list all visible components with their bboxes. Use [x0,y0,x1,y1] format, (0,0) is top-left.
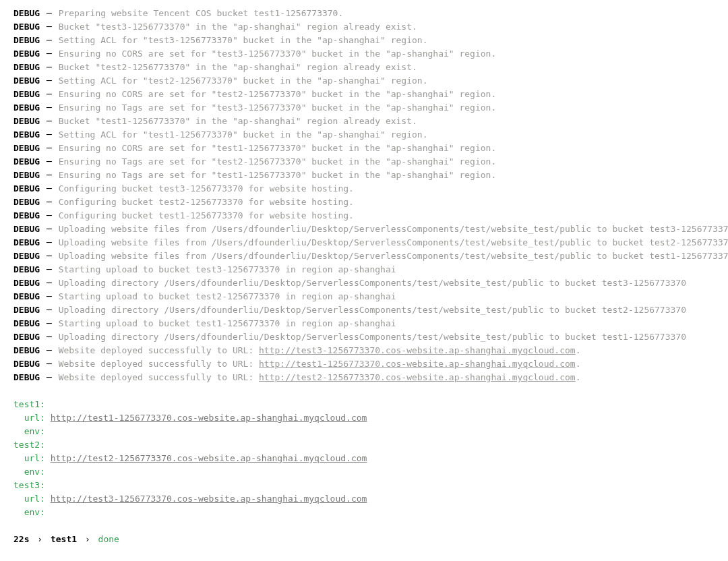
log-line: DEBUG ─ Starting upload to bucket test1-… [13,317,715,330]
log-dash: ─ [47,278,52,288]
log-message: Setting ACL for "test1-1256773370" bucke… [59,129,428,140]
status-sep-1: › [37,534,42,544]
log-line: DEBUG ─ Configuring bucket test1-1256773… [13,209,715,223]
log-dash: ─ [47,8,52,18]
log-line: DEBUG ─ Ensuring no CORS are set for "te… [13,47,715,61]
log-dash: ─ [47,251,52,261]
output-url-key: url: [24,453,51,463]
status-name: test1 [51,534,77,544]
log-line: DEBUG ─ Uploading directory /Users/dfoun… [13,303,715,317]
output-key: test1: [13,399,45,409]
log-dash: ─ [47,62,52,72]
log-dash: ─ [47,143,52,153]
debug-log: DEBUG ─ Preparing website Tencent COS bu… [13,7,715,384]
output-url-key: url: [24,413,51,423]
output-url-link[interactable]: http://test1-1256773370.cos-website.ap-s… [51,413,367,423]
log-message: Configuring bucket test2-1256773370 for … [59,197,354,207]
log-level: DEBUG [13,210,40,220]
output-url-link[interactable]: http://test2-1256773370.cos-website.ap-s… [51,453,367,463]
log-line: DEBUG ─ Setting ACL for "test3-125677337… [13,34,715,47]
log-level: DEBUG [13,129,40,140]
log-dash: ─ [47,318,52,328]
log-message: Uploading directory /Users/dfounderliu/D… [59,332,686,342]
log-level: DEBUG [13,102,40,113]
log-level: DEBUG [13,116,40,126]
output-url-link[interactable]: http://test3-1256773370.cos-website.ap-s… [51,494,367,504]
log-level: DEBUG [13,345,40,355]
log-line: DEBUG ─ Ensuring no CORS are set for "te… [13,88,715,101]
log-dash: ─ [47,332,52,342]
log-message: Ensuring no Tags are set for "test2-1256… [59,156,497,167]
log-suffix: . [576,345,581,355]
log-dash: ─ [47,102,52,113]
log-message: Bucket "test3-1256773370" in the "ap-sha… [59,22,417,32]
log-line: DEBUG ─ Ensuring no CORS are set for "te… [13,142,715,155]
output-env-line: env: [13,506,715,519]
log-dash: ─ [47,264,52,274]
log-line: DEBUG ─ Bucket "test3-1256773370" in the… [13,20,715,34]
log-level: DEBUG [13,332,40,342]
log-line: DEBUG ─ Website deployed successfully to… [13,357,715,371]
log-message: Ensuring no CORS are set for "test3-1256… [59,49,497,59]
log-message: Ensuring no CORS are set for "test2-1256… [59,89,497,99]
log-dash: ─ [47,359,52,369]
log-level: DEBUG [13,359,40,369]
log-message: Starting upload to bucket test1-12567733… [59,318,396,328]
log-dash: ─ [47,305,52,315]
log-message: Bucket "test1-1256773370" in the "ap-sha… [59,116,417,126]
log-message: Website deployed successfully to URL: [59,372,259,382]
deployed-url-link[interactable]: http://test2-1256773370.cos-website.ap-s… [259,372,576,382]
log-level: DEBUG [13,291,40,301]
output-name: test2: [13,438,715,452]
log-line: DEBUG ─ Setting ACL for "test1-125677337… [13,128,715,142]
log-message: Configuring bucket test1-1256773370 for … [59,210,354,220]
log-dash: ─ [47,183,52,194]
log-level: DEBUG [13,197,40,207]
log-message: Website deployed successfully to URL: [59,359,259,369]
status-sep-2: › [85,534,90,544]
log-dash: ─ [47,291,52,301]
deployed-url-link[interactable]: http://test3-1256773370.cos-website.ap-s… [259,345,576,355]
log-dash: ─ [47,89,52,99]
log-message: Starting upload to bucket test2-12567733… [59,291,396,301]
log-dash: ─ [47,49,52,59]
output-env-line: env: [13,465,715,479]
log-level: DEBUG [13,62,40,72]
output-env-key: env: [24,467,45,477]
log-dash: ─ [47,22,52,32]
log-line: DEBUG ─ Bucket "test1-1256773370" in the… [13,115,715,128]
log-level: DEBUG [13,305,40,315]
log-message: Uploading website files from /Users/dfou… [59,237,728,247]
deployed-url-link[interactable]: http://test1-1256773370.cos-website.ap-s… [259,359,576,369]
log-message: Ensuring no Tags are set for "test3-1256… [59,102,497,113]
log-line: DEBUG ─ Website deployed successfully to… [13,371,715,384]
log-level: DEBUG [13,170,40,180]
log-level: DEBUG [13,76,40,86]
log-dash: ─ [47,237,52,247]
log-message: Configuring bucket test3-1256773370 for … [59,183,354,194]
log-message: Uploading directory /Users/dfounderliu/D… [59,305,686,315]
log-message: Setting ACL for "test2-1256773370" bucke… [59,76,428,86]
log-level: DEBUG [13,8,40,18]
log-message: Setting ACL for "test3-1256773370" bucke… [59,35,428,45]
output-env-line: env: [13,425,715,438]
log-level: DEBUG [13,237,40,247]
log-dash: ─ [47,129,52,140]
output-name: test1: [13,398,715,411]
log-message: Uploading website files from /Users/dfou… [59,251,728,261]
log-message: Bucket "test2-1256773370" in the "ap-sha… [59,62,417,72]
log-line: DEBUG ─ Ensuring no Tags are set for "te… [13,155,715,169]
log-level: DEBUG [13,372,40,382]
log-line: DEBUG ─ Ensuring no Tags are set for "te… [13,101,715,115]
log-line: DEBUG ─ Bucket "test2-1256773370" in the… [13,61,715,74]
log-level: DEBUG [13,35,40,45]
log-level: DEBUG [13,251,40,261]
log-message: Starting upload to bucket test3-12567733… [59,264,396,274]
output-key: test2: [13,440,45,450]
log-line: DEBUG ─ Ensuring no Tags are set for "te… [13,169,715,182]
log-line: DEBUG ─ Uploading website files from /Us… [13,223,715,236]
status-state: done [98,534,119,544]
log-line: DEBUG ─ Starting upload to bucket test2-… [13,290,715,303]
output-url-line: url: http://test1-1256773370.cos-website… [13,411,715,425]
log-level: DEBUG [13,49,40,59]
